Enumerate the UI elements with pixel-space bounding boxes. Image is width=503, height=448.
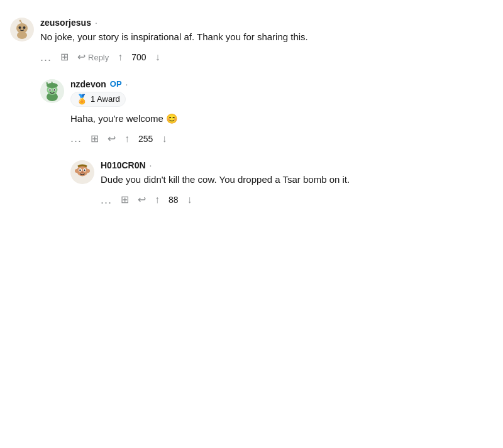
comment-header: zeusorjesus ·	[40, 18, 493, 28]
save-button[interactable]: ⊞	[60, 52, 69, 62]
downvote-icon: ↓	[155, 52, 160, 62]
comment-header: nzdevon OP ·	[70, 79, 493, 89]
comment-body: nzdevon OP · 🏅 1 Award Haha, you're welc…	[70, 79, 493, 146]
reply-button[interactable]: ↩	[108, 134, 116, 144]
username[interactable]: H010CR0N	[101, 160, 146, 170]
username[interactable]: zeusorjesus	[40, 18, 91, 28]
comment-actions: ... ⊞ ↩ ↑ 88 ↓	[101, 194, 493, 207]
more-options-button[interactable]: ...	[101, 194, 112, 207]
comment-item: zeusorjesus · No joke, your story is ins…	[10, 10, 493, 72]
comment-text: Haha, you're welcome 😊	[70, 112, 493, 126]
reply-icon: ↩	[138, 195, 146, 205]
downvote-button[interactable]: ↓	[162, 134, 167, 144]
vote-count: 700	[131, 52, 146, 62]
more-options-button[interactable]: ...	[70, 132, 82, 145]
save-icon: ⊞	[121, 195, 129, 205]
svg-point-13	[49, 89, 50, 90]
svg-point-25	[81, 172, 84, 173]
upvote-button[interactable]: ↑	[155, 195, 160, 205]
reply-button[interactable]: ↩	[138, 195, 146, 205]
save-icon: ⊞	[60, 52, 69, 62]
svg-point-5	[19, 20, 21, 22]
avatar	[40, 79, 64, 103]
comment-actions: ... ⊞ ↩ ↑ 255 ↓	[70, 132, 493, 145]
reply-button[interactable]: ↩ Reply	[77, 52, 109, 62]
downvote-button[interactable]: ↓	[155, 52, 160, 62]
upvote-button[interactable]: ↑	[118, 52, 123, 62]
award-badge: 🏅 1 Award	[70, 92, 126, 107]
reply-icon: ↩	[77, 52, 86, 62]
save-button[interactable]: ⊞	[91, 134, 99, 144]
comment-header: H010CR0N ·	[101, 160, 493, 170]
avatar	[10, 18, 34, 41]
upvote-icon: ↑	[118, 52, 123, 62]
op-badge: OP	[110, 79, 122, 89]
comment-item: nzdevon OP · 🏅 1 Award Haha, you're welc…	[40, 72, 493, 153]
svg-point-6	[17, 31, 27, 39]
upvote-icon: ↑	[155, 195, 160, 205]
upvote-icon: ↑	[124, 134, 130, 144]
comment-body: zeusorjesus · No joke, your story is ins…	[40, 18, 493, 64]
svg-point-24	[85, 170, 86, 170]
award-icon: 🏅	[76, 94, 88, 105]
svg-point-3	[23, 26, 26, 29]
comment-actions: ... ⊞ ↩ Reply ↑ 700 ↓	[40, 51, 493, 64]
vote-count: 88	[169, 195, 179, 205]
dot-separator: ·	[150, 160, 152, 170]
username[interactable]: nzdevon	[70, 79, 106, 89]
avatar	[70, 160, 94, 184]
comment-text: Dude you didn't kill the cow. You droppe…	[101, 173, 493, 187]
dot-separator: ·	[95, 18, 97, 28]
vote-count: 255	[138, 134, 153, 144]
svg-point-2	[19, 26, 21, 29]
comment-text: No joke, your story is inspirational af.…	[40, 30, 493, 45]
save-button[interactable]: ⊞	[121, 195, 129, 205]
upvote-button[interactable]: ↑	[124, 134, 130, 144]
svg-point-17	[75, 169, 79, 173]
svg-point-14	[53, 89, 55, 90]
svg-point-23	[80, 170, 81, 170]
comment-thread: zeusorjesus · No joke, your story is ins…	[10, 10, 493, 214]
comment-item: H010CR0N · Dude you didn't kill the cow.…	[70, 153, 493, 214]
dot-separator: ·	[126, 79, 128, 89]
more-options-button[interactable]: ...	[40, 51, 52, 64]
downvote-icon: ↓	[187, 195, 192, 205]
comment-body: H010CR0N · Dude you didn't kill the cow.…	[101, 160, 493, 207]
downvote-icon: ↓	[162, 134, 167, 144]
svg-point-18	[86, 169, 90, 173]
reply-icon: ↩	[108, 134, 116, 144]
save-icon: ⊞	[91, 134, 99, 144]
award-text: 1 Award	[91, 94, 120, 104]
downvote-button[interactable]: ↓	[187, 195, 192, 205]
